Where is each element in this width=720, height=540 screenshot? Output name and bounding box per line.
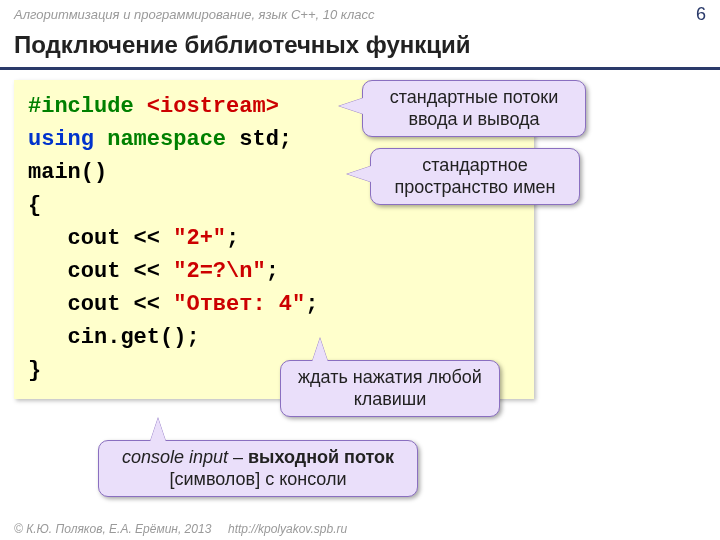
pointer-icon [347, 166, 371, 182]
footer-url: http://kpolyakov.spb.ru [228, 522, 347, 536]
pointer-icon [339, 98, 363, 114]
code-line: cout << "Ответ: 4"; [28, 288, 520, 321]
course-title: Алгоритмизация и программирование, язык … [14, 7, 374, 22]
callout-namespace: стандартное пространство имен [370, 148, 580, 205]
code-line: cin.get(); [28, 321, 520, 354]
console-input-italic: console input [122, 447, 228, 467]
console-output-bold: выходной поток [248, 447, 394, 467]
callout-waitkey: ждать нажатия любой клавиши [280, 360, 500, 417]
code-line: cout << "2+"; [28, 222, 520, 255]
callout-console: console input – выходной поток [символов… [98, 440, 418, 497]
slide-title: Подключение библиотечных функций [0, 27, 720, 70]
copyright: © К.Ю. Поляков, Е.А. Ерёмин, 2013 [14, 522, 211, 536]
content-area: #include <iostream> using namespace std;… [0, 70, 720, 399]
code-line: cout << "2=?\n"; [28, 255, 520, 288]
callout-streams: стандартные потоки ввода и вывода [362, 80, 586, 137]
page-number: 6 [696, 4, 706, 25]
footer: © К.Ю. Поляков, Е.А. Ерёмин, 2013 http:/… [14, 522, 347, 536]
pointer-icon [312, 338, 328, 362]
pointer-icon [150, 418, 166, 442]
